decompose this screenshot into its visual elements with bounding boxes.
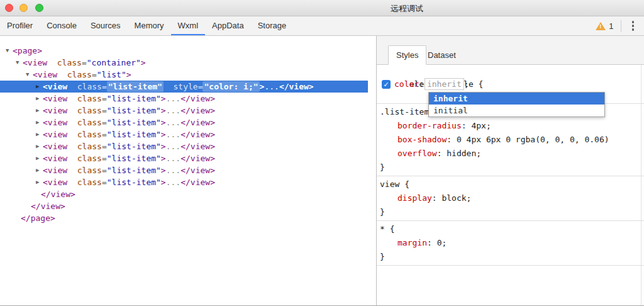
rule-selector-line: view {	[380, 178, 644, 191]
code-token-tag: >	[161, 106, 166, 115]
disclosure-collapsed-icon[interactable]: ▶	[36, 152, 39, 164]
css-property[interactable]: display	[397, 193, 432, 203]
tree-row[interactable]: ▼<page>	[0, 45, 376, 57]
code-token-val: "list-item"	[107, 106, 161, 115]
code-token-val: "list-item"	[107, 142, 161, 151]
code-token-tag: >	[161, 118, 166, 127]
css-value[interactable]: 0;	[437, 238, 447, 247]
code-token-attr: class	[77, 154, 102, 163]
code-token-ellipsis: ...	[166, 166, 180, 175]
styles-tabstrip: Styles Dataset	[377, 36, 644, 65]
tree-row[interactable]: ▼<view class="container">	[0, 57, 376, 69]
rule-close-line: }	[380, 205, 644, 219]
code-token-tag: <view	[43, 94, 67, 103]
css-value[interactable]: block;	[441, 193, 471, 203]
tab-dataset[interactable]: Dataset	[420, 45, 464, 65]
traffic-light-close-button[interactable]	[5, 4, 13, 12]
autocomplete-item[interactable]: inherit	[429, 93, 604, 105]
disclosure-collapsed-icon[interactable]: ▶	[36, 81, 39, 93]
code-token-tag: >	[161, 94, 166, 103]
css-value[interactable]: 0 4px 6px 0 rgba(0, 0, 0, 0.06)	[457, 135, 609, 144]
css-value[interactable]: hidden;	[447, 149, 481, 158]
titlebar: 远程调试	[0, 0, 644, 16]
styles-pane: Styles Dataset element.style { ✓ color:i…	[376, 36, 644, 306]
disclosure-collapsed-icon[interactable]: ▶	[36, 176, 39, 188]
code-token-tag: <view	[43, 178, 67, 187]
disclosure-expanded-icon[interactable]: ▼	[6, 45, 9, 57]
colon: :	[427, 238, 437, 247]
warning-badge[interactable]: ! 1	[596, 21, 613, 31]
code-token-tag: >	[161, 130, 166, 139]
css-property[interactable]: margin	[397, 238, 427, 247]
disclosure-expanded-icon[interactable]: ▼	[16, 57, 19, 69]
code-token-tag: <view	[43, 166, 67, 175]
traffic-light-minimize-button[interactable]	[19, 4, 28, 12]
disclosure-collapsed-icon[interactable]: ▶	[36, 164, 39, 176]
tab-console[interactable]: Console	[40, 16, 84, 35]
tree-row[interactable]: ▶<view class="list-item">...</view>	[0, 152, 376, 164]
tree-row[interactable]: ▶<view class="list-item" style="color: i…	[0, 81, 368, 93]
traffic-light-zoom-button[interactable]	[35, 4, 43, 12]
code-token-tag: >	[161, 154, 166, 163]
disclosure-collapsed-icon[interactable]: ▶	[36, 93, 39, 105]
style-rules-list: .list-item {border-radius: 4px;box-shado…	[377, 104, 644, 266]
tree-row[interactable]: ▼<view class="list">	[0, 69, 376, 81]
code-token-tag: </view>	[180, 142, 215, 151]
tree-row[interactable]: ▶<view class="list-item">...</view>	[0, 176, 376, 188]
css-declaration: margin: 0;	[380, 236, 644, 250]
declaration-checkbox[interactable]: ✓	[382, 80, 391, 89]
tab-sources[interactable]: Sources	[84, 16, 128, 35]
devtools-toolbar: ProfilerConsoleSourcesMemoryWxmlAppDataS…	[0, 16, 644, 36]
colon: :	[462, 121, 472, 130]
tree-row[interactable]: ▶<view class="list-item">...</view>	[0, 93, 376, 105]
code-token-val: "list-item"	[107, 154, 161, 163]
css-property[interactable]: color	[394, 78, 419, 90]
tree-row[interactable]: ▶<view class="list-item">...</view>	[0, 105, 376, 116]
tree-row[interactable]: </page>	[0, 212, 376, 224]
code-token-val: "list"	[97, 70, 126, 79]
code-token-tag: >	[126, 70, 131, 79]
tab-storage[interactable]: Storage	[251, 16, 294, 35]
code-token-tag: </view>	[180, 166, 215, 175]
css-value-editor[interactable]: inherit	[425, 78, 464, 90]
disclosure-expanded-icon[interactable]: ▼	[26, 69, 29, 81]
tab-memory[interactable]: Memory	[128, 16, 171, 35]
css-property[interactable]: overflow	[397, 149, 437, 158]
colon: :	[419, 78, 424, 90]
tab-profiler[interactable]: Profiler	[0, 16, 40, 35]
code-token-tag: </view>	[279, 82, 314, 91]
wxml-element-tree: ▼<page>▼<view class="container">▼<view c…	[0, 36, 376, 305]
css-property[interactable]: border-radius	[397, 121, 462, 130]
code-token-tag: >	[161, 166, 166, 175]
css-property[interactable]: box-shadow	[397, 135, 447, 144]
tab-wxml[interactable]: Wxml	[171, 16, 206, 35]
disclosure-collapsed-icon[interactable]: ▶	[36, 105, 39, 116]
kebab-menu-icon[interactable]	[628, 19, 638, 33]
tree-row[interactable]: </view>	[0, 188, 376, 200]
code-token-ellipsis: ...	[166, 118, 180, 127]
tree-row[interactable]: ▶<view class="list-item">...</view>	[0, 128, 376, 140]
tree-row[interactable]: ▶<view class="list-item">...</view>	[0, 116, 376, 128]
tree-row[interactable]: </view>	[0, 200, 376, 212]
code-token-eq: =	[102, 142, 107, 151]
disclosure-collapsed-icon[interactable]: ▶	[36, 140, 39, 152]
tree-row[interactable]: ▶<view class="list-item">...</view>	[0, 164, 376, 176]
toolbar-tabs: ProfilerConsoleSourcesMemoryWxmlAppDataS…	[0, 16, 644, 35]
tree-row[interactable]: ▶<view class="list-item">...</view>	[0, 140, 376, 152]
code-token-tag: >	[161, 142, 166, 151]
rule-selector-line: * {	[380, 222, 644, 236]
open-brace: {	[385, 224, 395, 234]
disclosure-collapsed-icon[interactable]: ▶	[36, 128, 39, 140]
css-value[interactable]: 4px;	[471, 121, 491, 130]
disclosure-collapsed-icon[interactable]: ▶	[36, 116, 39, 128]
rule-selector: view	[380, 179, 399, 189]
code-token-val: "list-item"	[107, 118, 161, 127]
window-title: 远程调试	[391, 3, 423, 14]
tab-appdata[interactable]: AppData	[205, 16, 251, 35]
code-token-tag: </page>	[21, 213, 55, 223]
code-token-val: "list-item"	[107, 130, 161, 139]
colon: :	[437, 149, 447, 158]
autocomplete-item[interactable]: initial	[429, 105, 604, 116]
code-token-eq: =	[92, 70, 97, 79]
rule-selector: *	[380, 224, 385, 234]
